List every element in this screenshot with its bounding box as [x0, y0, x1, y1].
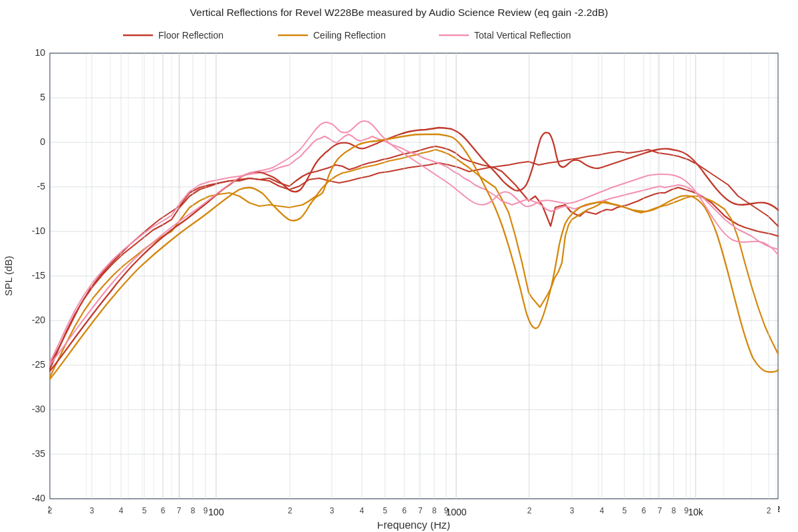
svg-text:6: 6 — [402, 506, 407, 515]
y-label-n35: -35 — [32, 448, 45, 459]
y-label-n20: -20 — [32, 315, 45, 325]
y-axis-title: SPL (dB) — [3, 256, 14, 296]
svg-text:3: 3 — [570, 506, 575, 515]
svg-text:8: 8 — [672, 506, 676, 515]
svg-text:4: 4 — [600, 506, 604, 515]
svg-text:2: 2 — [288, 506, 293, 515]
svg-text:7: 7 — [177, 506, 182, 515]
svg-text:7: 7 — [658, 506, 662, 515]
svg-text:1000: 1000 — [446, 507, 466, 517]
svg-text:6: 6 — [642, 506, 646, 515]
svg-text:9: 9 — [203, 506, 208, 515]
chart-container: 10 5 0 -5 -10 -15 -20 -25 -30 -35 -40 SP… — [0, 0, 798, 532]
y-label-n10: -10 — [32, 225, 45, 236]
y-label-n30: -30 — [32, 404, 45, 414]
svg-text:5: 5 — [383, 506, 388, 515]
y-label-n15: -15 — [32, 270, 45, 281]
svg-rect-58 — [50, 502, 778, 522]
svg-text:6: 6 — [161, 506, 166, 515]
svg-text:3: 3 — [90, 506, 94, 515]
y-label-5: 5 — [40, 92, 45, 102]
svg-text:5: 5 — [622, 506, 627, 515]
svg-text:2: 2 — [767, 506, 771, 515]
y-label-n40: -40 — [32, 493, 45, 503]
svg-text:3: 3 — [330, 506, 334, 515]
legend-ceiling-text: Ceiling Reflection — [313, 30, 386, 41]
y-label-n25: -25 — [32, 359, 45, 370]
svg-text:8: 8 — [191, 506, 196, 515]
svg-text:7: 7 — [418, 506, 423, 515]
y-label-n5: -5 — [37, 181, 46, 192]
y-label-0: 0 — [40, 136, 45, 147]
svg-text:4: 4 — [119, 506, 124, 515]
svg-text:2: 2 — [48, 506, 53, 515]
svg-text:2: 2 — [527, 506, 532, 515]
legend-total-text: Total Vertical Reflection — [474, 30, 571, 41]
chart-title-final: Vertical Reflections for Revel W228Be me… — [190, 7, 608, 18]
legend-floor-text: Floor Reflection — [158, 30, 223, 41]
svg-text:10k: 10k — [688, 507, 704, 517]
y-label-10: 10 — [35, 47, 45, 58]
svg-text:8: 8 — [432, 506, 437, 515]
svg-text:5: 5 — [142, 506, 147, 515]
svg-text:4: 4 — [360, 506, 364, 515]
svg-rect-0 — [0, 0, 798, 532]
svg-text:100: 100 — [208, 507, 224, 517]
